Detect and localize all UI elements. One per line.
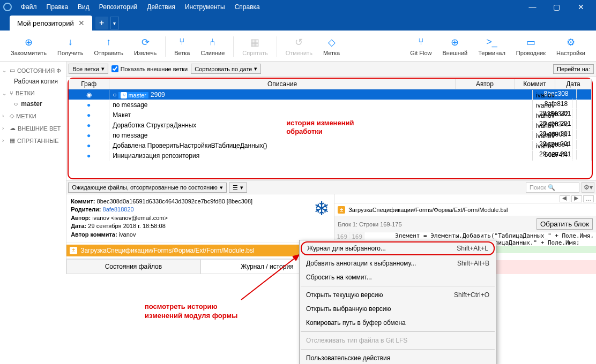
close-button[interactable]: ✕ [569,0,593,13]
ctx-Пользовательские действия[interactable]: Пользовательские действия [300,351,496,364]
footer-annotation: посмотреть историю изменений модуля форм… [145,302,237,321]
menu-Инструменты[interactable]: Инструменты [180,3,230,11]
revert-hunk-button[interactable]: Обратить блок [537,218,593,230]
history-header: Граф Описание Автор Коммит Дата [69,79,592,89]
Проводник-icon: ▭ [525,37,536,48]
sidebar-group-СОСТОЯНИЯ Ф[interactable]: ⌄▭СОСТОЯНИЯ Ф [1,65,65,76]
sort-filter[interactable]: Сортировать по дате ▾ [191,64,261,74]
goto-button[interactable]: Перейти на: [553,64,594,74]
menu-Вид[interactable]: Вид [73,3,94,11]
tool-Извлечь[interactable]: ⟳Извлечь [129,36,162,57]
show-remote-checkbox[interactable]: Показать внешние ветки [111,65,188,72]
Получить-icon: ↓ [65,37,76,48]
snowflake-icon: ❄ [314,198,330,220]
Внешний-icon: ⊕ [450,37,460,48]
context-menu: Журнал для выбранного...Shift+Alt+LДобав… [299,240,496,364]
pending-files-select[interactable]: Ожидающие файлы, отсортированные по сост… [68,183,227,193]
tool-Слияние[interactable]: ⑃Слияние [195,36,230,57]
tab-title: Мой репозиторий [17,19,74,27]
col-commit[interactable]: Коммит [515,79,555,89]
Метка-icon: ◇ [326,37,337,48]
app-icon [3,3,12,11]
Спрятать-icon: ▦ [250,37,260,48]
svg-line-0 [241,255,299,300]
search-input[interactable]: Поиск 🔍 [526,183,579,193]
ctx-Открыть выбранную версию[interactable]: Открыть выбранную версию [300,302,496,316]
maximize-button[interactable]: ▢ [545,0,569,13]
history-annotation: история изменений обработки [286,119,354,136]
sidebar-group-СПРЯТАННЫЕ[interactable]: ›▦СПРЯТАННЫЕ [1,135,65,146]
col-description[interactable]: Описание [109,79,456,89]
view-mode-select[interactable]: ☰ ▾ [229,183,247,193]
Отправить-icon: ↑ [103,37,114,48]
toolbar: ⊕Закоммитить↓Получить↑Отправить⟳Извлечь⑂… [0,31,596,62]
arrow-annotation [236,252,306,305]
history-row[interactable]: ●no messageivanov 8afe81829 сен 201 [69,100,592,110]
history-row[interactable]: ◉○⑂master2909ivanov 8bec30829 сен 201 [69,89,592,100]
Git Flow-icon: ⑂ [415,37,426,48]
tool-Отменить: ↺Отменить [280,36,318,57]
sidebar-group-ВЕТКИ[interactable]: ⌄⑂ВЕТКИ [1,88,65,98]
file-toolbar: Ожидающие файлы, отсортированные по сост… [66,180,596,194]
diff-prev-button[interactable]: ⯇ [560,195,570,202]
minimize-button[interactable]: — [520,0,545,13]
Закоммитить-icon: ⊕ [24,37,34,48]
ctx-Открыть текущую версию[interactable]: Открыть текущую версиюShift+Ctrl+O [300,288,496,302]
tool-Проводник[interactable]: ▭Проводник [511,36,551,57]
add-tab-button[interactable]: + [95,17,108,29]
file-modified-icon: ± [70,247,77,254]
col-date[interactable]: Дата [555,79,592,89]
Извлечь-icon: ⟳ [140,37,151,48]
diff-nav: ⯇ ⯈ … [334,194,596,204]
file-modified-icon: ± [338,206,345,214]
tool-Терминал[interactable]: >_Терминал [473,36,511,57]
repo-tab[interactable]: Мой репозиторий ✕ [10,16,92,31]
ctx-Журнал для выбранного...[interactable]: Журнал для выбранного...Shift+Alt+L [301,241,495,255]
menu-Действия[interactable]: Действия [142,3,180,11]
col-author[interactable]: Автор [456,79,515,89]
Настройки-icon: ⚙ [565,37,576,48]
tool-Получить[interactable]: ↓Получить [52,36,88,57]
sidebar-group-ВНЕШНИЕ ВЕТ[interactable]: ›☁ВНЕШНИЕ ВЕТ [1,123,65,134]
col-graph[interactable]: Граф [69,79,109,89]
menu-Репозиторий[interactable]: Репозиторий [94,3,143,11]
Терминал-icon: >_ [487,37,497,48]
sidebar-group-МЕТКИ[interactable]: ›◇МЕТКИ [1,110,65,122]
tool-Отправить[interactable]: ↑Отправить [88,36,129,57]
titlebar: ФайлПравкаВидРепозиторийДействияИнструме… [0,0,596,13]
tabstrip: Мой репозиторий ✕ + ▾ [0,13,596,31]
tool-Метка[interactable]: ◇Метка [318,36,345,57]
history-panel: Граф Описание Автор Коммит Дата ◉○⑂maste… [68,78,593,179]
ctx-Сбросить на коммит...[interactable]: Сбросить на коммит... [300,270,496,284]
history-row[interactable]: ●Инициализация репозиторияivanov 56274f4… [69,150,592,161]
sidebar-item-master[interactable]: ○master [1,98,65,109]
diff-file-header: ± ЗагрузкаСпецификации/Forms/Форма/Ext/F… [334,204,596,216]
tool-Закоммитить[interactable]: ⊕Закоммитить [5,36,52,57]
tool-Git Flow[interactable]: ⑂Git Flow [405,36,437,57]
branches-filter[interactable]: Все ветки ▾ [69,64,108,74]
diff-menu-button[interactable]: … [583,195,594,202]
tool-Ветка[interactable]: ⑂Ветка [169,36,195,57]
history-row[interactable]: ●Добавлена ПроверитьНастройкиВТаблицеДан… [69,140,592,150]
subtab-file-status[interactable]: Состояния файлов [66,259,200,274]
settings-gear-button[interactable]: ⚙▾ [582,182,594,193]
commit-info: Коммит: 8bec308d0a16591d6338c4643d3092ce… [66,194,334,242]
diff-next-button[interactable]: ⯈ [571,195,582,202]
Ветка-icon: ⑂ [177,37,188,48]
tool-Спрятать: ▦Спрятать [237,36,273,57]
diff-hunk-header: Блок 1: Строки 169-175 Обратить блок [334,216,596,232]
sidebar-item-Рабочая копия[interactable]: Рабочая копия [1,76,65,87]
filter-bar: Все ветки ▾ Показать внешние ветки Сорти… [66,62,596,77]
menu-Справка[interactable]: Справка [230,3,265,11]
menu-Правка[interactable]: Правка [42,3,73,11]
ctx-Копировать путь в буфер обмена[interactable]: Копировать путь в буфер обмена [300,316,496,330]
tab-close-icon[interactable]: ✕ [78,19,85,27]
menu-Файл[interactable]: Файл [16,3,42,11]
parent-link[interactable]: 8afe818820 [103,206,134,213]
tool-Внешний[interactable]: ⊕Внешний [437,36,473,57]
ctx-Отслеживать тип файла в Git LFS: Отслеживать тип файла в Git LFS [300,333,496,347]
tab-menu-button[interactable]: ▾ [110,17,119,29]
ctx-Добавить аннотации к выбранному...[interactable]: Добавить аннотации к выбранному...Shift+… [300,256,496,270]
tool-Настройки[interactable]: ⚙Настройки [551,36,591,57]
Слияние-icon: ⑃ [207,37,218,48]
